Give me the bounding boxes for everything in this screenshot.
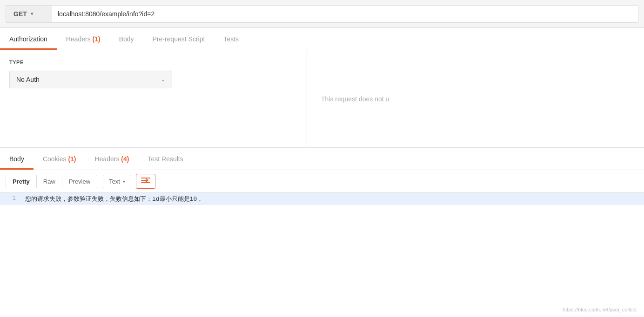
auth-left: TYPE No Auth ⌄ <box>0 50 307 147</box>
tab-cookies-badge: (1) <box>68 155 76 163</box>
tab-tests[interactable]: Tests <box>214 30 248 50</box>
tab-tests-label: Tests <box>223 35 239 43</box>
tab-response-headers-badge: (4) <box>121 155 129 163</box>
tab-response-body-label: Body <box>9 155 24 163</box>
auth-select-chevron-icon: ⌄ <box>161 77 165 83</box>
tab-body[interactable]: Body <box>110 30 143 50</box>
tab-testresults-label: Test Results <box>148 155 183 163</box>
type-label: TYPE <box>9 59 297 65</box>
tab-response-headers[interactable]: Headers (4) <box>86 150 139 170</box>
format-pretty[interactable]: Pretty <box>6 175 37 188</box>
tab-testresults[interactable]: Test Results <box>138 150 192 170</box>
format-group: Pretty Raw Preview <box>6 175 97 188</box>
no-auth-message: This request does not u <box>321 95 389 103</box>
tab-headers-label: Headers <box>66 35 91 43</box>
tab-authorization-label: Authorization <box>9 35 47 43</box>
response-content: 1 您的请求失败，参数验证失败，失败信息如下：id最小只能是10， <box>0 193 644 205</box>
tab-prerequest[interactable]: Pre-request Script <box>143 30 215 50</box>
auth-panel: TYPE No Auth ⌄ This request does not u <box>0 50 644 148</box>
text-type-dropdown[interactable]: Text ▾ <box>103 175 131 188</box>
wrap-button[interactable] <box>136 174 155 189</box>
method-selector[interactable]: GET ▾ <box>6 5 52 23</box>
text-type-label: Text <box>109 178 120 185</box>
method-label: GET <box>13 10 27 18</box>
response-tabs: Body Cookies (1) Headers (4) Test Result… <box>0 148 644 170</box>
auth-selected-value: No Auth <box>16 76 40 83</box>
table-row: 1 您的请求失败，参数验证失败，失败信息如下：id最小只能是10， <box>0 193 644 205</box>
text-dropdown-chevron-icon: ▾ <box>123 179 125 184</box>
line-number: 1 <box>0 195 23 202</box>
auth-type-select[interactable]: No Auth ⌄ <box>9 71 172 88</box>
tab-body-label: Body <box>119 35 134 43</box>
wrap-icon <box>141 177 150 186</box>
tab-headers[interactable]: Headers (1) <box>57 30 110 50</box>
tab-response-headers-label: Headers <box>95 155 120 163</box>
tab-authorization[interactable]: Authorization <box>0 30 57 50</box>
auth-right: This request does not u <box>307 50 644 147</box>
format-raw[interactable]: Raw <box>37 175 62 188</box>
tab-response-cookies-label: Cookies <box>43 155 67 163</box>
tab-headers-badge: (1) <box>93 35 101 43</box>
tab-prerequest-label: Pre-request Script <box>153 35 205 43</box>
tab-response-cookies[interactable]: Cookies (1) <box>34 150 86 170</box>
url-bar: GET ▾ <box>0 0 644 28</box>
format-preview[interactable]: Preview <box>62 175 97 188</box>
response-toolbar: Pretty Raw Preview Text ▾ <box>0 170 644 193</box>
tab-response-body[interactable]: Body <box>0 150 34 170</box>
line-content: 您的请求失败，参数验证失败，失败信息如下：id最小只能是10， <box>23 195 644 203</box>
url-input[interactable] <box>52 5 638 23</box>
request-tabs: Authorization Headers (1) Body Pre-reque… <box>0 28 644 50</box>
method-chevron-icon: ▾ <box>31 11 33 16</box>
